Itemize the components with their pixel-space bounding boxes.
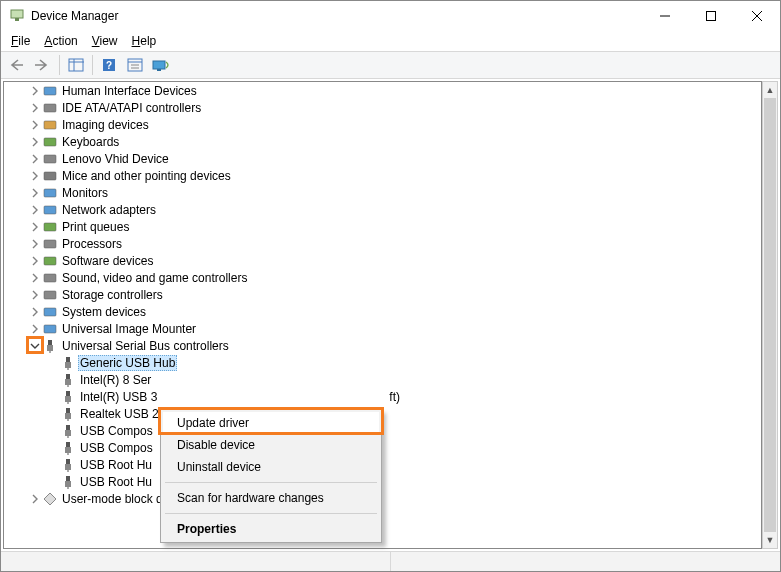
expand-icon[interactable] xyxy=(28,288,42,302)
minimize-button[interactable] xyxy=(642,1,688,31)
tree-row-cat-10[interactable]: Software devices xyxy=(4,252,761,269)
cm-uninstall-device[interactable]: Uninstall device xyxy=(163,456,379,478)
forward-button[interactable] xyxy=(31,54,55,76)
tree-item-label[interactable]: Monitors xyxy=(60,186,110,200)
svg-rect-15 xyxy=(153,61,165,69)
tree-item-label[interactable]: Processors xyxy=(60,237,124,251)
svg-rect-17 xyxy=(44,87,56,95)
tree-item-label[interactable]: Imaging devices xyxy=(60,118,151,132)
tree-row-usb-child-2[interactable]: Intel(R) USB 3ft) xyxy=(4,388,761,405)
tree-row-cat-5[interactable]: Mice and other pointing devices xyxy=(4,167,761,184)
tree-item-label[interactable]: Software devices xyxy=(60,254,155,268)
svg-rect-28 xyxy=(44,274,56,282)
menu-action[interactable]: Action xyxy=(38,33,83,49)
scan-hardware-button[interactable] xyxy=(149,54,173,76)
menu-view[interactable]: View xyxy=(86,33,124,49)
tree-item-label[interactable]: Storage controllers xyxy=(60,288,165,302)
tree-item-label[interactable]: USB Compos xyxy=(78,424,155,438)
expand-placeholder xyxy=(46,441,60,455)
tree-row-cat-12[interactable]: Storage controllers xyxy=(4,286,761,303)
tree-item-label[interactable]: Lenovo Vhid Device xyxy=(60,152,171,166)
tree-row-cat-7[interactable]: Network adapters xyxy=(4,201,761,218)
expand-icon[interactable] xyxy=(28,169,42,183)
expand-icon[interactable] xyxy=(28,118,42,132)
expand-icon[interactable] xyxy=(28,186,42,200)
tree-row-cat-13[interactable]: System devices xyxy=(4,303,761,320)
scroll-down-icon[interactable]: ▼ xyxy=(763,532,777,548)
properties-button[interactable] xyxy=(123,54,147,76)
device-icon xyxy=(42,304,58,320)
tree-item-label[interactable]: IDE ATA/ATAPI controllers xyxy=(60,101,203,115)
tree-row-usb-child-1[interactable]: Intel(R) 8 Ser xyxy=(4,371,761,388)
tree-row-cat-8[interactable]: Print queues xyxy=(4,218,761,235)
device-icon xyxy=(42,236,58,252)
tree-item-label[interactable]: Generic USB Hub xyxy=(78,355,177,371)
tree-item-label[interactable]: System devices xyxy=(60,305,148,319)
tree-row-usb-child-3[interactable]: Realtek USB 2 xyxy=(4,405,761,422)
tree-item-label[interactable]: USB Root Hu xyxy=(78,475,154,489)
tree-row-usb-controllers[interactable]: Universal Serial Bus controllers xyxy=(4,337,761,354)
tree-item-label[interactable]: Universal Image Mounter xyxy=(60,322,198,336)
tree-item-label[interactable]: Human Interface Devices xyxy=(60,84,199,98)
tree-item-label[interactable]: Sound, video and game controllers xyxy=(60,271,249,285)
tree-item-label[interactable]: Universal Serial Bus controllers xyxy=(60,339,231,353)
expand-icon[interactable] xyxy=(28,135,42,149)
scroll-up-icon[interactable]: ▲ xyxy=(763,82,777,98)
maximize-button[interactable] xyxy=(688,1,734,31)
menu-help[interactable]: Help xyxy=(126,33,163,49)
tree-row-cat-3[interactable]: Keyboards xyxy=(4,133,761,150)
expand-icon[interactable] xyxy=(28,254,42,268)
tree-item-label[interactable]: Realtek USB 2 xyxy=(78,407,161,421)
cm-disable-device[interactable]: Disable device xyxy=(163,434,379,456)
expand-icon[interactable] xyxy=(28,237,42,251)
device-icon xyxy=(42,134,58,150)
expand-icon[interactable] xyxy=(28,203,42,217)
tree-row-usb-child-7[interactable]: USB Root Hu xyxy=(4,473,761,490)
svg-rect-51 xyxy=(65,447,71,453)
tree-item-label[interactable]: Keyboards xyxy=(60,135,121,149)
tree-row-usb-child-0[interactable]: Generic USB Hub xyxy=(4,354,761,371)
cm-scan-hardware[interactable]: Scan for hardware changes xyxy=(163,487,379,509)
expand-icon[interactable] xyxy=(28,271,42,285)
tree-row-cat-6[interactable]: Monitors xyxy=(4,184,761,201)
help-button[interactable]: ? xyxy=(97,54,121,76)
svg-rect-1 xyxy=(15,18,19,21)
expand-icon[interactable] xyxy=(28,492,42,506)
scrollbar-thumb[interactable] xyxy=(764,98,776,532)
tree-row-cat-14[interactable]: Universal Image Mounter xyxy=(4,320,761,337)
expand-icon[interactable] xyxy=(28,152,42,166)
tree-row-cat-9[interactable]: Processors xyxy=(4,235,761,252)
tree-item-label[interactable]: USB Root Hu xyxy=(78,458,154,472)
tree-item-label[interactable]: Mice and other pointing devices xyxy=(60,169,233,183)
tree-row-usb-child-5[interactable]: USB Compos xyxy=(4,439,761,456)
tree-item-label[interactable]: Print queues xyxy=(60,220,131,234)
expand-icon[interactable] xyxy=(28,305,42,319)
collapse-icon[interactable] xyxy=(28,339,42,353)
device-icon xyxy=(42,202,58,218)
tree-item-label[interactable]: Intel(R) 8 Ser xyxy=(78,373,153,387)
tree-row-user-mode-block[interactable]: User-mode block device xyxy=(4,490,761,507)
close-button[interactable] xyxy=(734,1,780,31)
tree-item-label[interactable]: USB Compos xyxy=(78,441,155,455)
tree-row-usb-child-6[interactable]: USB Root Hu xyxy=(4,456,761,473)
expand-icon[interactable] xyxy=(28,220,42,234)
tree-row-cat-0[interactable]: Human Interface Devices xyxy=(4,82,761,99)
tree-row-cat-11[interactable]: Sound, video and game controllers xyxy=(4,269,761,286)
expand-icon[interactable] xyxy=(28,84,42,98)
device-icon xyxy=(60,406,76,422)
tree-row-cat-4[interactable]: Lenovo Vhid Device xyxy=(4,150,761,167)
tree-row-cat-2[interactable]: Imaging devices xyxy=(4,116,761,133)
tree-item-label[interactable]: Network adapters xyxy=(60,203,158,217)
tree-row-cat-1[interactable]: IDE ATA/ATAPI controllers xyxy=(4,99,761,116)
cm-properties[interactable]: Properties xyxy=(163,518,379,540)
menu-file[interactable]: File xyxy=(5,33,36,49)
back-button[interactable] xyxy=(5,54,29,76)
vertical-scrollbar[interactable]: ▲ ▼ xyxy=(762,81,778,549)
tree-item-label[interactable]: Intel(R) USB 3 xyxy=(78,390,159,404)
tree-row-usb-child-4[interactable]: USB Compos xyxy=(4,422,761,439)
cm-update-driver[interactable]: Update driver xyxy=(163,412,379,434)
expand-icon[interactable] xyxy=(28,101,42,115)
show-hide-tree-button[interactable] xyxy=(64,54,88,76)
expand-icon[interactable] xyxy=(28,322,42,336)
device-tree[interactable]: Human Interface DevicesIDE ATA/ATAPI con… xyxy=(3,81,762,549)
